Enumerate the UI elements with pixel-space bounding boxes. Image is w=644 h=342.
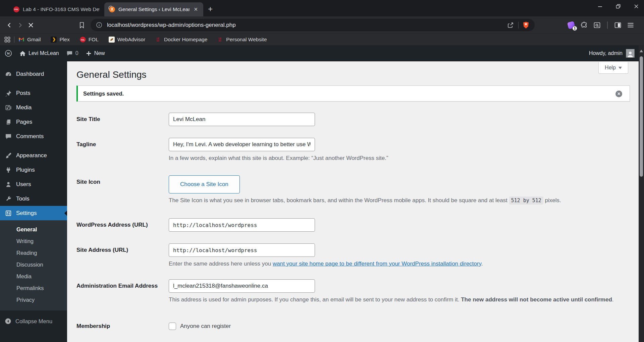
sidebar-item-media[interactable]: Media bbox=[0, 100, 67, 115]
search-tabs-icon[interactable] bbox=[593, 21, 601, 29]
bookmark-webadvisor[interactable]: WebAdvisor bbox=[109, 37, 145, 43]
tab-close-icon[interactable]: ✕ bbox=[193, 6, 199, 12]
extensions-icon[interactable] bbox=[580, 21, 588, 29]
media-icon bbox=[5, 104, 12, 111]
wp-logo-icon[interactable]: W bbox=[5, 50, 12, 57]
site-address-input[interactable] bbox=[169, 243, 315, 257]
submenu-item-permalinks[interactable]: Permalinks bbox=[0, 282, 67, 294]
wordpress-address-row: WordPress Address (URL) bbox=[76, 218, 644, 232]
bookmark-fol[interactable]: FOLFOL bbox=[80, 37, 99, 43]
restore-icon[interactable] bbox=[614, 2, 623, 11]
choose-site-icon-button[interactable]: Choose a Site Icon bbox=[169, 175, 240, 193]
page-scrollbar[interactable] bbox=[639, 45, 644, 342]
bookmark-label: FOL bbox=[89, 37, 99, 43]
tab-title: General Settings ‹ Levi McLean — bbox=[118, 6, 190, 12]
site-home-page-link[interactable]: want your site home page to be different… bbox=[273, 261, 481, 267]
site-title-input[interactable] bbox=[169, 113, 315, 126]
tab-general-settings[interactable]: ꓫ General Settings ‹ Levi McLean — ✕ bbox=[104, 2, 203, 16]
chevron-down-icon bbox=[619, 67, 622, 71]
sidebar-item-label: Pages bbox=[16, 119, 32, 125]
sidebar-item-appearance[interactable]: Appearance bbox=[0, 148, 67, 163]
bookmark-docker-homepage[interactable]: LEVIDocker Homepage bbox=[155, 37, 207, 43]
submenu-item-privacy[interactable]: Privacy bbox=[0, 294, 67, 306]
toolbar-icons: 1 bbox=[567, 21, 635, 29]
admin-bar-new[interactable]: New bbox=[86, 50, 105, 56]
admin-email-help: This address is used for admin purposes.… bbox=[169, 296, 644, 303]
bookmark-personal-website[interactable]: LEVIPersonal Website bbox=[217, 37, 267, 43]
scrollbar-thumb[interactable] bbox=[640, 56, 643, 177]
submenu-item-media[interactable]: Media bbox=[0, 271, 67, 282]
sidebar-item-label: Appearance bbox=[16, 152, 47, 159]
stop-reload-icon[interactable] bbox=[25, 20, 36, 31]
new-tab-button[interactable]: + bbox=[208, 5, 213, 13]
site-address-row: Site Address (URL) Enter the same addres… bbox=[76, 243, 644, 268]
apps-grid-icon[interactable] bbox=[4, 36, 11, 43]
admin-bar-site-link[interactable]: Levi McLean bbox=[19, 50, 59, 57]
sidebar-item-plugins[interactable]: Plugins bbox=[0, 163, 67, 177]
minimize-icon[interactable] bbox=[596, 2, 604, 11]
comment-count: 0 bbox=[75, 50, 78, 56]
comments-bubble-icon bbox=[66, 50, 73, 57]
site-icon-help: The Site Icon is what you see in browser… bbox=[169, 196, 644, 205]
sidebar-item-pages[interactable]: Pages bbox=[0, 115, 67, 129]
admin-email-input[interactable] bbox=[169, 279, 315, 293]
levi-icon: LEVI bbox=[155, 37, 161, 43]
admin-bar-comments[interactable]: 0 bbox=[66, 50, 78, 57]
wordpress-address-input[interactable] bbox=[169, 218, 315, 232]
svg-text:VI: VI bbox=[219, 40, 221, 42]
appearance-icon bbox=[5, 152, 12, 159]
help-button[interactable]: Help bbox=[598, 62, 628, 74]
dismiss-notice-icon[interactable]: ✕ bbox=[615, 91, 622, 97]
submenu-item-general[interactable]: General bbox=[0, 224, 67, 235]
scroll-up-icon[interactable] bbox=[640, 48, 643, 52]
tab-lab4[interactable]: FOL Lab 4 - INFO-3163 CMS Web Develop bbox=[9, 2, 104, 16]
submenu-item-writing[interactable]: Writing bbox=[0, 235, 67, 247]
url-bar[interactable]: localhost/wordpress/wp-admin/options-gen… bbox=[91, 19, 535, 31]
avatar[interactable] bbox=[626, 49, 635, 58]
tagline-input[interactable] bbox=[169, 138, 315, 151]
admin-email-label: Administration Email Address bbox=[76, 279, 169, 303]
howdy-admin[interactable]: Howdy, admin bbox=[589, 50, 623, 56]
plugins-icon bbox=[5, 166, 12, 174]
sidebar-item-settings[interactable]: Settings bbox=[0, 206, 67, 220]
sidebar-item-tools[interactable]: Tools bbox=[0, 191, 67, 206]
brave-shields-icon[interactable] bbox=[523, 21, 529, 29]
site-address-help: Enter the same address here unless you w… bbox=[169, 260, 644, 268]
settings-page: Help General Settings Settings saved. ✕ … bbox=[67, 61, 644, 342]
anyone-can-register-checkbox[interactable] bbox=[169, 323, 176, 330]
posts-icon bbox=[5, 90, 12, 97]
bookmark-plex[interactable]: Plex bbox=[51, 37, 69, 43]
help-label: Help bbox=[605, 65, 616, 71]
sidebar-item-label: Comments bbox=[16, 133, 44, 140]
divider bbox=[607, 21, 608, 29]
site-info-icon[interactable] bbox=[96, 22, 102, 28]
sidebar-item-comments[interactable]: Comments bbox=[0, 129, 67, 144]
sidebar-item-dashboard[interactable]: Dashboard bbox=[0, 67, 67, 81]
collapse-arrow-icon bbox=[5, 318, 11, 325]
sidebar-item-label: Posts bbox=[16, 90, 31, 97]
svg-text:VI: VI bbox=[157, 40, 159, 42]
forward-icon[interactable] bbox=[15, 20, 25, 31]
close-window-icon[interactable] bbox=[632, 2, 641, 11]
sidebar-toggle-icon[interactable] bbox=[614, 21, 622, 29]
bookmark-gmail[interactable]: Gmail bbox=[18, 37, 41, 43]
menu-icon[interactable] bbox=[627, 21, 635, 29]
settings-icon bbox=[5, 210, 12, 217]
collapse-menu-button[interactable]: Collapse Menu bbox=[0, 318, 67, 325]
sidebar-item-users[interactable]: Users bbox=[0, 177, 67, 191]
fol-favicon-icon: FOL bbox=[13, 6, 19, 12]
submenu-item-discussion[interactable]: Discussion bbox=[0, 259, 67, 271]
tools-icon bbox=[5, 195, 12, 203]
navigation-bar: localhost/wordpress/wp-admin/options-gen… bbox=[0, 16, 644, 34]
share-icon[interactable] bbox=[507, 21, 514, 29]
url-text[interactable]: localhost/wordpress/wp-admin/options-gen… bbox=[107, 22, 507, 28]
site-address-label: Site Address (URL) bbox=[76, 243, 169, 268]
back-icon[interactable] bbox=[4, 20, 15, 31]
site-title-label: Site Title bbox=[76, 113, 169, 126]
submenu-item-reading[interactable]: Reading bbox=[0, 247, 67, 259]
sidebar-item-posts[interactable]: Posts bbox=[0, 86, 67, 100]
bookmark-icon[interactable] bbox=[76, 20, 87, 31]
site-name: Levi McLean bbox=[29, 50, 59, 56]
wallet-icon[interactable]: 1 bbox=[567, 21, 576, 29]
site-icon-row: Site Icon Choose a Site Icon The Site Ic… bbox=[76, 175, 644, 205]
